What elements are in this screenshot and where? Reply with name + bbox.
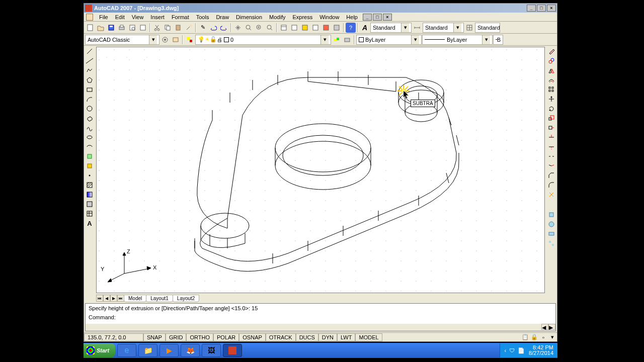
ellipse-arc-tool[interactable]: [85, 142, 94, 151]
markup-button[interactable]: [321, 23, 331, 33]
status-tray-icon3[interactable]: ▫: [539, 333, 548, 342]
taskbar-media[interactable]: ▶: [159, 344, 179, 357]
command-window[interactable]: Specify height of extrusion or [Directio…: [85, 303, 556, 331]
tool-palettes-button[interactable]: [300, 23, 310, 33]
cmd-scroll-right[interactable]: ▶: [548, 324, 555, 330]
cut-button[interactable]: [152, 23, 162, 33]
menu-format[interactable]: Format: [169, 13, 192, 21]
doc-close-button[interactable]: ×: [383, 14, 392, 21]
explode-tool[interactable]: [547, 190, 556, 199]
status-ortho[interactable]: ORTHO: [186, 333, 213, 341]
open-button[interactable]: [96, 23, 106, 33]
chamfer-tool[interactable]: [547, 171, 556, 180]
dim-style-dropdown[interactable]: Standard▾: [423, 23, 464, 33]
insert-block-tool[interactable]: [85, 152, 94, 161]
trim-tool[interactable]: [547, 133, 556, 142]
table-style-icon[interactable]: [464, 23, 474, 33]
join-tool[interactable]: [547, 161, 556, 170]
layer-previous-button[interactable]: [332, 35, 342, 45]
line-tool[interactable]: [85, 47, 94, 56]
lineweight-dropdown[interactable]: B: [493, 35, 503, 45]
menu-help[interactable]: Help: [343, 13, 361, 21]
make-block-tool[interactable]: [85, 161, 94, 170]
plot-preview-button[interactable]: [127, 23, 137, 33]
gradient-tool[interactable]: [85, 190, 94, 199]
menu-file[interactable]: File: [96, 13, 111, 21]
menu-view[interactable]: View: [129, 13, 147, 21]
polyline-tool[interactable]: [85, 66, 94, 75]
hatch-tool[interactable]: [85, 180, 94, 190]
status-tray-menu[interactable]: ▾: [548, 333, 557, 342]
taskbar-firefox[interactable]: 🦊: [181, 344, 200, 357]
3d-rotate-tool[interactable]: [547, 220, 556, 229]
table-tool[interactable]: [85, 209, 94, 218]
block-editor-button[interactable]: ✎: [198, 23, 208, 33]
rectangle-tool[interactable]: [85, 85, 94, 94]
revision-cloud-tool[interactable]: [85, 114, 94, 123]
help-button[interactable]: ?: [346, 23, 356, 33]
close-button[interactable]: ×: [547, 5, 556, 12]
status-ducs[interactable]: DUCS: [296, 333, 318, 341]
extend-tool[interactable]: [547, 142, 556, 151]
new-button[interactable]: [85, 23, 95, 33]
status-otrack[interactable]: OTRACK: [266, 333, 296, 341]
status-lwt[interactable]: LWT: [337, 333, 355, 341]
text-style-dropdown[interactable]: Standard▾: [370, 23, 412, 33]
array-tool[interactable]: [547, 85, 556, 94]
my-workspace-button[interactable]: [171, 35, 181, 45]
fillet-tool[interactable]: [547, 180, 556, 190]
taskbar-picture[interactable]: 🖼: [202, 344, 221, 357]
workspace-dropdown[interactable]: AutoCAD Classic▾: [85, 35, 159, 45]
tray-arrow[interactable]: ‹: [504, 347, 506, 353]
move-tool[interactable]: [547, 95, 556, 104]
menu-modify[interactable]: Modify: [266, 13, 288, 21]
tray-icon2[interactable]: 📄: [518, 347, 525, 354]
doc-minimize-button[interactable]: _: [363, 14, 372, 21]
mirror-tool[interactable]: [547, 66, 556, 75]
mtext-tool[interactable]: A: [85, 219, 94, 228]
break-tool[interactable]: [547, 152, 556, 161]
linetype-dropdown[interactable]: ByLayer▾: [422, 35, 493, 45]
status-polar[interactable]: POLAR: [213, 333, 239, 341]
quickcalc-button[interactable]: [332, 23, 342, 33]
3d-move-tool[interactable]: [547, 210, 556, 219]
zoom-realtime-button[interactable]: [244, 23, 254, 33]
spline-tool[interactable]: [85, 123, 94, 132]
offset-tool[interactable]: [547, 75, 556, 84]
status-osnap[interactable]: OSNAP: [239, 333, 266, 341]
tab-prev-button[interactable]: ◀: [103, 295, 110, 302]
pan-button[interactable]: [233, 23, 243, 33]
erase-tool[interactable]: [547, 47, 556, 56]
tab-last-button[interactable]: ⏭: [117, 295, 124, 302]
sheet-set-button[interactable]: [310, 23, 320, 33]
tray-icon[interactable]: 🛡: [509, 347, 515, 353]
ellipse-tool[interactable]: [85, 133, 94, 142]
menu-express[interactable]: Express: [289, 13, 315, 21]
zoom-window-button[interactable]: [254, 23, 264, 33]
status-snap[interactable]: SNAP: [143, 333, 166, 341]
zoom-previous-button[interactable]: [265, 23, 275, 33]
3d-align-tool[interactable]: [547, 229, 556, 238]
cmd-scroll-left[interactable]: ◀: [541, 324, 548, 330]
maximize-button[interactable]: □: [537, 5, 546, 12]
menu-insert[interactable]: Insert: [147, 13, 168, 21]
menu-dimension[interactable]: Dimension: [233, 13, 265, 21]
coords-display[interactable]: 135.0, 77.2, 0.0: [84, 333, 143, 341]
construction-line-tool[interactable]: [85, 56, 94, 65]
status-model[interactable]: MODEL: [355, 333, 382, 341]
plot-button[interactable]: [117, 23, 127, 33]
status-grid[interactable]: GRID: [166, 333, 187, 341]
tab-layout2[interactable]: Layout2: [173, 295, 200, 302]
circle-tool[interactable]: [85, 104, 94, 113]
tab-first-button[interactable]: ⏮: [96, 295, 103, 302]
copy-button[interactable]: [163, 23, 173, 33]
stretch-tool[interactable]: [547, 123, 556, 132]
menu-window[interactable]: Window: [316, 13, 342, 21]
match-props-button[interactable]: [184, 23, 194, 33]
region-tool[interactable]: [85, 200, 94, 209]
minimize-button[interactable]: _: [527, 5, 536, 12]
color-dropdown[interactable]: ByLayer▾: [356, 35, 422, 45]
undo-button[interactable]: [208, 23, 218, 33]
text-style-a-icon[interactable]: A: [360, 23, 370, 33]
layer-dropdown[interactable]: 💡☀🔓🖨 0▾: [195, 35, 331, 45]
